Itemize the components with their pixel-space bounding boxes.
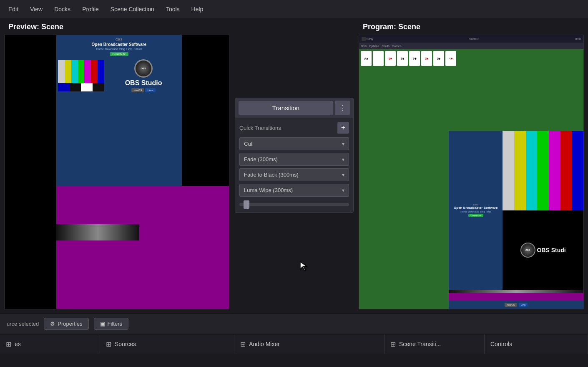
toolbar-options: Options [369, 45, 379, 48]
properties-button[interactable]: ⚙ Properties [44, 318, 88, 330]
card-4: 7♣ [409, 51, 420, 66]
dock-controls[interactable]: Controls [485, 334, 588, 354]
dock-scene-transitions[interactable]: ⊞ Scene Transiti... [384, 334, 485, 354]
cut-dropdown[interactable]: Cut ▾ [239, 137, 349, 150]
quick-transitions-row: Quick Transitions + [235, 118, 353, 136]
menu-scene-collection[interactable]: Scene Collection [106, 3, 159, 15]
luma-wipe-label: Luma Wipe (300ms) [244, 187, 293, 193]
preview-pane: Preview: Scene OBS Open Broadcaster Soft… [0, 18, 234, 314]
card-6: 5♠ [433, 51, 444, 66]
menu-bar: Edit View Docks Profile Scene Collection… [0, 0, 588, 18]
fade-to-black-label: Fade to Black (300ms) [244, 172, 299, 178]
program-title: Program: Scene [359, 23, 584, 31]
card-face-down-1 [373, 51, 384, 66]
sources-dock-icon: ⊞ [106, 340, 111, 348]
properties-label: Properties [58, 321, 82, 327]
menu-profile[interactable]: Profile [77, 3, 104, 15]
transition-header: Transition ⋮ [235, 98, 353, 118]
obs-title: Open Broadcaster Software [92, 42, 147, 47]
luma-wipe-dropdown[interactable]: Luma Wipe (300ms) ▾ [239, 184, 349, 197]
solitaire-icon [362, 37, 366, 41]
cut-dropdown-row: Cut ▾ [235, 136, 353, 152]
fade-to-black-dropdown-row: Fade to Black (300ms) ▾ [235, 167, 353, 182]
fade-chevron: ▾ [342, 157, 344, 162]
card-7: 4♥ [445, 51, 456, 66]
menu-edit[interactable]: Edit [3, 3, 23, 15]
card-5: 6♦ [421, 51, 432, 66]
filters-label: Filters [108, 321, 122, 327]
solitaire-title: Easy [367, 38, 373, 40]
dock-scenes[interactable]: ⊞ es [0, 334, 100, 354]
dock-sources[interactable]: ⊞ Sources [100, 334, 234, 354]
fade-dropdown-row: Fade (300ms) ▾ [235, 152, 353, 167]
program-pane: Program: Scene Easy Score 0 0:00 New Opt… [354, 18, 588, 314]
menu-help[interactable]: Help [186, 3, 209, 15]
sources-dock-label: Sources [115, 341, 136, 347]
program-canvas: Easy Score 0 0:00 New Options Cards Game… [359, 35, 584, 309]
fade-to-black-dropdown[interactable]: Fade to Black (300ms) ▾ [239, 168, 349, 181]
solitaire-top-row: A♠ 9♥ 8♠ 7♣ 6♦ 5♠ 4♥ [359, 49, 583, 68]
source-bar: urce selected ⚙ Properties ▣ Filters [0, 314, 588, 334]
card-3: 8♠ [397, 51, 408, 66]
cut-chevron: ▾ [342, 141, 344, 147]
fade-to-black-chevron: ▾ [342, 172, 344, 178]
menu-view[interactable]: View [25, 3, 48, 15]
transition-more-button[interactable]: ⋮ [335, 101, 350, 115]
controls-dock-label: Controls [490, 341, 512, 347]
transition-slider-row [235, 198, 353, 209]
menu-docks[interactable]: Docks [49, 3, 75, 15]
source-status: urce selected [7, 321, 39, 327]
quick-transitions-add-button[interactable]: + [337, 122, 349, 134]
dock-bar: ⊞ es ⊞ Sources ⊞ Audio Mixer ⊞ Scene Tra… [0, 334, 588, 354]
audio-mixer-dock-icon: ⊞ [240, 340, 246, 348]
dock-audio-mixer[interactable]: ⊞ Audio Mixer [234, 334, 384, 354]
toolbar-games: Games [392, 45, 402, 48]
audio-mixer-dock-label: Audio Mixer [249, 341, 280, 347]
main-content: Preview: Scene OBS Open Broadcaster Soft… [0, 18, 588, 314]
filters-button[interactable]: ▣ Filters [94, 318, 128, 330]
filters-icon: ▣ [100, 321, 105, 327]
preview-title: Preview: Scene [4, 23, 229, 31]
card-2: 9♥ [385, 51, 396, 66]
preview-canvas: OBS Open Broadcaster Software Home Downl… [4, 35, 229, 309]
obs-studio-text: OBS Studio [125, 79, 162, 87]
card-1: A♠ [361, 51, 372, 66]
toolbar-new: New [361, 45, 367, 48]
obs-logo: OBS [134, 59, 153, 78]
solitaire-toolbar: New Options Cards Games [359, 43, 583, 49]
toolbar-cards: Cards [382, 45, 389, 48]
cut-label: Cut [244, 141, 252, 147]
quick-transitions-label: Quick Transitions [239, 125, 281, 131]
transition-button[interactable]: Transition [239, 101, 333, 115]
obs-nav: Home Download Blog Help Forum [96, 48, 142, 51]
luma-wipe-dropdown-row: Luma Wipe (300ms) ▾ [235, 182, 353, 198]
program-obs-content: OBS Open Broadcaster Software Home Downl… [449, 131, 583, 309]
properties-icon: ⚙ [50, 321, 55, 327]
score-label: Score 0 [469, 38, 479, 40]
obs-donate-btn: Contribute [110, 52, 128, 56]
solitaire-header: Easy Score 0 0:00 [359, 35, 583, 43]
fade-dropdown[interactable]: Fade (300ms) ▾ [239, 153, 349, 166]
fade-label: Fade (300ms) [244, 156, 278, 162]
transition-slider[interactable] [239, 203, 349, 206]
scene-transitions-dock-label: Scene Transiti... [399, 341, 441, 347]
transition-panel: Transition ⋮ Quick Transitions + Cut ▾ F… [235, 98, 354, 213]
menu-tools[interactable]: Tools [161, 3, 185, 15]
scenes-dock-icon: ⊞ [6, 340, 11, 348]
obs-website-header: OBS [116, 38, 123, 41]
macos-btn: macOS [131, 88, 144, 92]
time-label: 0:00 [575, 38, 581, 40]
scene-transitions-dock-icon: ⊞ [390, 340, 396, 348]
luma-wipe-chevron: ▾ [342, 187, 344, 193]
linux-btn: Linux [145, 88, 155, 92]
scenes-dock-label: es [15, 341, 21, 347]
